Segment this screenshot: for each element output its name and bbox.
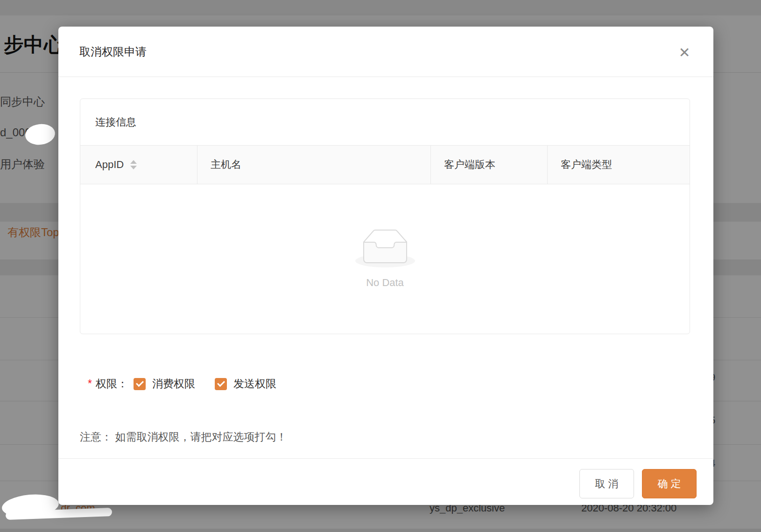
dialog-title: 取消权限申请 <box>79 44 147 59</box>
empty-inbox-icon <box>355 229 415 267</box>
note-text: 注意： 如需取消权限，请把对应选项打勾！ <box>80 430 287 444</box>
close-icon[interactable]: ✕ <box>674 42 695 63</box>
required-asterisk: * <box>88 378 92 390</box>
column-header-appid[interactable]: AppID <box>80 146 197 184</box>
column-header-client-type: 客户端类型 <box>548 146 690 184</box>
consume-permission-checkbox[interactable] <box>134 378 146 390</box>
consume-permission-option: 消费权限 <box>134 377 195 391</box>
send-permission-label[interactable]: 发送权限 <box>233 377 276 391</box>
permission-field-row: * 权限： 消费权限 发送权限 <box>88 377 296 391</box>
caret-up-icon <box>130 160 137 164</box>
send-permission-option: 发送权限 <box>215 377 276 391</box>
connection-info-title: 连接信息 <box>80 99 690 145</box>
connection-info-panel: 连接信息 AppID 主机名 客户端版本 客户端类型 <box>80 98 690 334</box>
confirm-button[interactable]: 确 定 <box>642 469 697 498</box>
caret-down-icon <box>130 166 137 169</box>
empty-state: No Data <box>80 184 690 334</box>
column-header-client-version: 客户端版本 <box>431 146 548 184</box>
send-permission-checkbox[interactable] <box>215 378 227 390</box>
sort-carets-icon[interactable] <box>130 160 137 169</box>
footer-divider <box>58 458 713 459</box>
dialog-header: 取消权限申请 <box>58 27 713 77</box>
permission-field-label: 权限： <box>96 377 128 391</box>
screen: 步中心 同步中心 d_000 用户体验 有权限Top 9 5 4 _dr_com… <box>0 0 761 532</box>
cancel-permission-dialog: 取消权限申请 ✕ 连接信息 AppID 主机名 客户端版本 <box>58 27 713 505</box>
table-header-row: AppID 主机名 客户端版本 客户端类型 <box>80 145 690 184</box>
consume-permission-label[interactable]: 消费权限 <box>152 377 195 391</box>
column-header-hostname: 主机名 <box>197 146 431 184</box>
empty-state-text: No Data <box>366 277 404 289</box>
cancel-button[interactable]: 取 消 <box>579 469 634 498</box>
